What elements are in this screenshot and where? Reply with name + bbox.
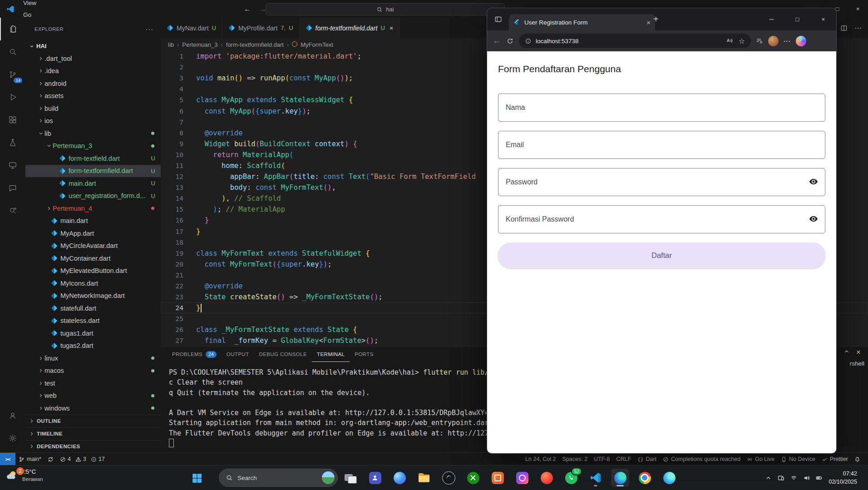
tree-item-form-textfield-dart[interactable]: form-textfield.dartU [25, 152, 161, 165]
taskbar-copilot-icon[interactable] [390, 469, 409, 487]
taskbar-orange-app-icon[interactable] [488, 469, 507, 487]
wifi-icon[interactable] [790, 475, 797, 481]
back-icon[interactable]: ← [493, 36, 501, 46]
taskbar-chrome-icon[interactable] [636, 469, 654, 487]
tree-item-android[interactable]: android [25, 77, 161, 90]
tree-item-ios[interactable]: ios [25, 115, 161, 128]
status-prettier[interactable]: Prettier [819, 456, 851, 462]
taskbar-whatsapp-icon[interactable]: 52 [562, 469, 580, 487]
tree-item-lib[interactable]: lib [25, 127, 161, 140]
tree-item-dart-tool[interactable]: .dart_tool [25, 52, 161, 65]
breadcrumb-item-form-textformfield-dart[interactable]: form-textformfield.dart [226, 41, 284, 48]
activity-extensions-icon[interactable] [0, 109, 25, 131]
tree-item-user-registration-form-d[interactable]: user_registration_form.d...U [25, 190, 161, 203]
taskbar-file-explorer-icon[interactable] [415, 469, 433, 487]
status-branch[interactable]: main* [15, 453, 44, 465]
tree-item-myelevatedbutton-dart[interactable]: MyElevatedButton.dart [25, 265, 161, 277]
activity-debug-icon[interactable] [0, 86, 25, 109]
more-editor-actions-icon[interactable]: ··· [854, 24, 862, 32]
browser-tab[interactable]: User Registration Form × [509, 14, 655, 30]
panel-tab-problems[interactable]: PROBLEMS24 [167, 346, 222, 362]
tree-item-statefull-dart[interactable]: statefull.dart [25, 302, 161, 315]
phone-link-icon[interactable] [778, 475, 784, 481]
address-bar[interactable]: localhost:53738 ☆ [519, 34, 751, 48]
start-button[interactable] [187, 469, 206, 487]
status-dart[interactable]: {}Dart [634, 456, 660, 462]
breadcrumb-item-pertemuan-3[interactable]: Pertemuan_3 [182, 41, 217, 48]
tree-item-idea[interactable]: .idea [25, 65, 161, 78]
tree-item-pertemuan-3[interactable]: Pertemuan_3 [25, 140, 161, 153]
more-actions-icon[interactable]: ··· [145, 25, 153, 33]
remote-indicator[interactable]: >< [0, 453, 15, 465]
profile-avatar[interactable] [768, 36, 779, 46]
submit-button[interactable]: Daftar [498, 243, 825, 268]
tree-item-myapp-dart[interactable]: MyApp.dart [25, 227, 161, 240]
taskbar-task-view-icon[interactable] [341, 469, 360, 487]
panel-maximize-icon[interactable] [843, 348, 850, 356]
status-utf-8[interactable]: UTF-8 [591, 456, 613, 462]
favorite-star-icon[interactable]: ☆ [739, 37, 745, 45]
tree-item-macos[interactable]: macos [25, 365, 161, 377]
panel-tab-terminal[interactable]: TERMINAL [312, 346, 350, 362]
tree-item-web[interactable]: web [25, 390, 161, 402]
breadcrumb-item-lib[interactable]: lib [168, 41, 174, 48]
sidebar-section-dependencies[interactable]: DEPENDENCIES [25, 440, 161, 453]
status-no-device[interactable]: No Device [778, 456, 819, 462]
command-center-search[interactable]: hai [266, 3, 505, 15]
show-password-icon[interactable] [809, 214, 819, 224]
tab-close-icon[interactable]: × [390, 24, 394, 32]
tree-item-mynetworkimage-dart[interactable]: MyNetworkImage.dart [25, 290, 161, 302]
tree-item-myicons-dart[interactable]: MyIcons.dart [25, 277, 161, 290]
edge-minimize-button[interactable]: ─ [759, 8, 784, 30]
hidden-icons-chevron[interactable] [765, 475, 772, 481]
editor-tab-myprofile-dart[interactable]: MyProfile.dart7,U [222, 18, 300, 38]
tree-item-pertemuan-4[interactable]: Pertemuan_4 [25, 202, 161, 215]
favorites-icon[interactable] [756, 37, 763, 45]
window-close-button[interactable]: × [848, 0, 868, 18]
new-tab-button[interactable]: + [653, 8, 659, 30]
tab-actions-icon[interactable] [494, 15, 502, 23]
taskbar-edge-icon[interactable] [611, 469, 629, 487]
input-field-email[interactable]: Email [498, 131, 825, 159]
battery-icon[interactable] [816, 475, 823, 481]
tree-item-tugas1-dart[interactable]: tugas1.dart [25, 327, 161, 340]
back-arrow-icon[interactable]: ← [244, 5, 251, 13]
editor-tab-mynav-dart[interactable]: MyNav.dartU [161, 18, 222, 38]
menu-view[interactable]: View [19, 0, 53, 9]
activity-testing-icon[interactable] [0, 131, 25, 154]
status-bell[interactable] [851, 456, 863, 462]
status-go-live[interactable]: Go Live [744, 456, 778, 462]
taskbar-obs-icon[interactable] [439, 469, 458, 487]
refresh-icon[interactable] [506, 37, 514, 45]
copilot-icon[interactable] [796, 36, 806, 46]
activity-gear-icon[interactable] [0, 427, 25, 450]
tree-item-mycontainer-dart[interactable]: MyContainer.dart [25, 252, 161, 265]
panel-tab-ports[interactable]: PORTS [350, 346, 378, 362]
taskbar-music-icon[interactable] [538, 469, 556, 487]
settings-menu-icon[interactable]: ··· [784, 38, 791, 45]
volume-icon[interactable] [803, 475, 810, 481]
split-editor-icon[interactable] [840, 25, 848, 32]
tree-item-build[interactable]: build [25, 102, 161, 115]
sidebar-section-timeline[interactable]: TIMELINE [25, 427, 161, 440]
status-crlf[interactable]: CRLF [613, 456, 635, 462]
project-root[interactable]: HAI [25, 40, 161, 52]
taskbar-xbox-icon[interactable] [464, 469, 482, 487]
edge-maximize-button[interactable]: □ [784, 8, 810, 30]
status-sync-icon[interactable] [44, 453, 57, 465]
activity-search-icon[interactable] [0, 40, 25, 63]
tree-item-main-dart[interactable]: main.dartU [25, 177, 161, 190]
taskbar-edge-beta-icon[interactable] [660, 469, 678, 487]
tree-item-test[interactable]: test [25, 377, 161, 390]
input-field-password[interactable]: Password [498, 168, 825, 196]
status-ln-24-col-2[interactable]: Ln 24, Col 2 [522, 456, 559, 462]
site-info-icon[interactable] [525, 38, 532, 45]
tree-item-mycircleavatar-dart[interactable]: MyCircleAvatar.dart [25, 240, 161, 252]
panel-tab-debug-console[interactable]: DEBUG CONSOLE [254, 346, 312, 362]
read-aloud-icon[interactable] [726, 37, 733, 45]
status-problems[interactable]: 4317 [57, 453, 111, 465]
status-spaces-2[interactable]: Spaces: 2 [559, 456, 591, 462]
tree-item-stateless-dart[interactable]: stateless.dart [25, 315, 161, 327]
editor-tab-form-textformfield-dart[interactable]: form-textformfield.dartU× [300, 18, 400, 38]
taskbar-vscode-icon[interactable] [587, 469, 605, 487]
